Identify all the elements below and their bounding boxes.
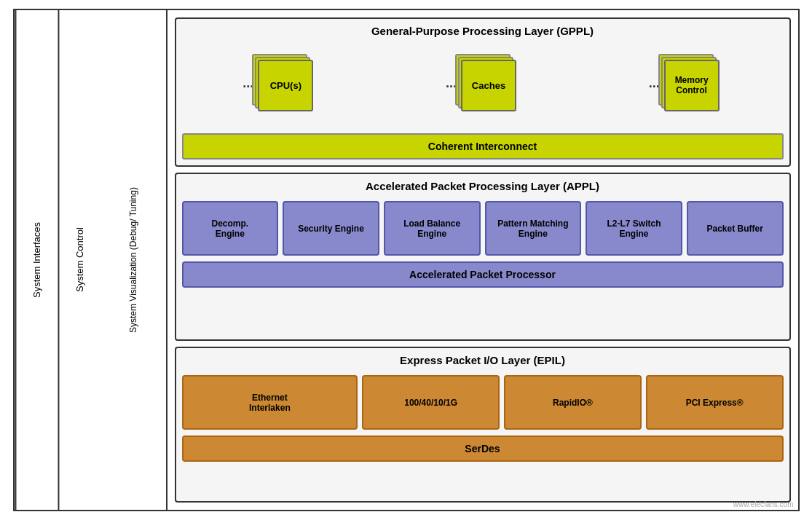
caches-label: Caches [472,80,505,91]
rapidio-box: RapidIO® [504,375,642,430]
epil-title: Express Packet I/O Layer (EPIL) [182,354,784,366]
memory-card-front: MemoryControl [664,60,720,111]
gppl-title: General-Purpose Processing Layer (GPPL) [182,25,784,37]
epil-components: EthernetInterlaken 100/40/10/1G RapidIO®… [182,375,784,430]
gppl-components: ··· CPU(s) ··· [182,46,784,127]
memory-card-stack: MemoryControl [664,60,722,114]
memory-label: MemoryControl [675,75,709,95]
100g-label: 100/40/10/1G [404,398,457,408]
appl-layer: Accelerated Packet Processing Layer (APP… [175,173,791,341]
system-interfaces-label: System Interfaces [31,222,42,298]
system-control-label: System Control [74,228,85,293]
appl-title: Accelerated Packet Processing Layer (APP… [182,180,784,192]
security-engine: Security Engine [283,201,379,256]
accelerated-packet-processor: Accelerated Packet Processor [182,261,784,288]
caches-group: ··· Caches [446,60,519,114]
security-label: Security Engine [298,224,364,234]
load-balance-engine: Load Balance Engine [384,201,481,256]
load-balance-label: Load Balance Engine [390,218,475,239]
system-interfaces-panel: System Interfaces [15,10,58,510]
caches-card-stack: Caches [461,60,519,114]
decomp-label: Decomp.Engine [211,218,248,239]
left-panels: System Interfaces System Control System … [15,10,167,510]
l2l7-label: L2-L7 Switch Engine [591,218,677,239]
packet-buffer: Packet Buffer [687,201,784,256]
coherent-interconnect: Coherent Interconnect [182,133,784,159]
memory-group: ··· MemoryControl [649,60,722,114]
system-visualization-label: System Visualization (Debug/ Tuning) [128,187,138,333]
serdes-box: SerDes [182,436,784,462]
system-control-panel: System Control [58,10,100,510]
100g-box: 100/40/10/1G [362,375,500,430]
epil-layer: Express Packet I/O Layer (EPIL) Ethernet… [175,347,791,503]
main-content: General-Purpose Processing Layer (GPPL) … [167,10,798,510]
ethernet-label: EthernetInterlaken [249,393,291,413]
pattern-matching-engine: Pattern Matching Engine [485,201,582,256]
pattern-matching-label: Pattern Matching Engine [491,218,576,239]
l2l7-switch-engine: L2-L7 Switch Engine [586,201,682,256]
watermark: www.elecfans.com [733,500,794,508]
pci-label: PCI Express® [686,398,744,408]
cpu-group: ··· CPU(s) [243,60,316,114]
system-visualization-panel: System Visualization (Debug/ Tuning) [100,10,165,510]
packet-buffer-label: Packet Buffer [707,224,763,234]
cpu-card-stack: CPU(s) [258,60,316,114]
rapidio-label: RapidIO® [553,398,593,408]
cpu-label: CPU(s) [270,80,301,91]
decomp-engine: Decomp.Engine [182,201,279,256]
ethernet-interlaken: EthernetInterlaken [182,375,358,430]
gppl-layer: General-Purpose Processing Layer (GPPL) … [175,17,791,167]
cpu-card-front: CPU(s) [258,60,313,111]
caches-card-front: Caches [461,60,516,111]
appl-engines: Decomp.Engine Security Engine Load Balan… [182,201,784,256]
diagram-container: System Interfaces System Control System … [13,9,800,511]
pci-express-box: PCI Express® [646,375,784,430]
